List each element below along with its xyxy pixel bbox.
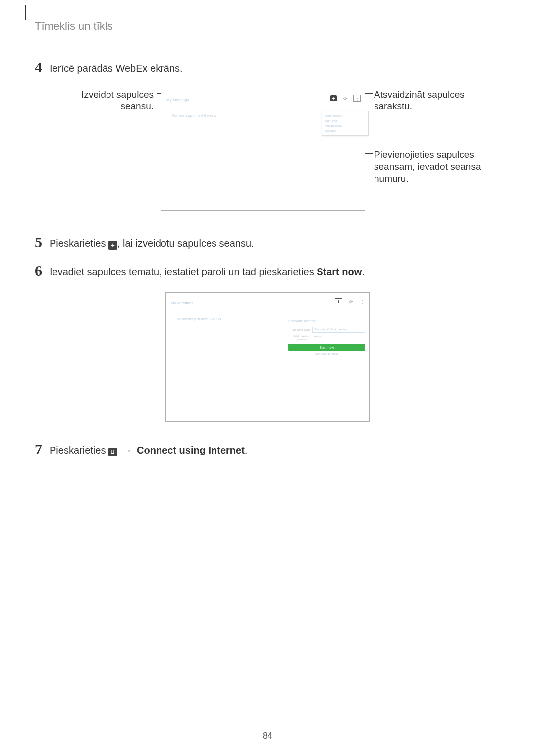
webex-screen-1: My Meetings + ⟳ ⋮ No meetings in next 6 … [161, 89, 365, 211]
row-label: Add meeting password [288, 335, 312, 341]
plus-icon: + [108, 241, 117, 250]
row-label: Meeting topic [288, 328, 312, 331]
refresh-icon[interactable]: ⟳ [342, 95, 348, 101]
screen-header: My Meetings + ⟳ ⋮ [161, 89, 365, 110]
screen-header: My Meetings + ⟳ ⋮ [166, 293, 369, 313]
step-number: 4 [35, 60, 50, 75]
callout-refresh: Atsvaidzināt sapulces sarakstu. [374, 89, 488, 112]
new-meeting-icon[interactable]: + [335, 298, 342, 305]
step-text: Pieskarieties +, lai izveidotu sapulces … [50, 235, 254, 250]
section-title: Tīmeklis un tīkls [35, 20, 500, 33]
text-part: Pieskarieties [50, 238, 108, 249]
page-number: 84 [0, 731, 535, 741]
page-content: Tīmeklis un tīkls 4 Ierīcē parādās WebEx… [0, 0, 535, 456]
screen-title: My Meetings [166, 98, 189, 102]
step-number: 6 [35, 263, 50, 278]
step-number: 5 [35, 235, 50, 250]
step-text: Pieskarieties → Connect using Internet. [50, 442, 247, 456]
text-part: Pieskarieties [50, 445, 108, 455]
step-number: 7 [35, 442, 50, 456]
step-4: 4 Ierīcē parādās WebEx ekrāns. [35, 60, 500, 75]
menu-item[interactable]: Settings [325, 128, 365, 133]
header-icons: + ⟳ ⋮ [330, 95, 361, 102]
step-6: 6 Ievadiet sapulces tematu, iestatiet pa… [35, 263, 500, 278]
text-part: Ievadiet sapulces tematu, iestatiet paro… [50, 266, 317, 277]
phone-icon [108, 448, 117, 456]
menu-item[interactable]: Join meeting [325, 113, 365, 118]
form-row: Add meeting password ****** [288, 335, 365, 341]
schedule-later-link[interactable]: Schedule for later [288, 353, 365, 355]
phone-svg [110, 449, 115, 454]
screen-title: My Meetings [171, 301, 193, 305]
start-now-button[interactable]: Start now [288, 344, 365, 351]
menu-icon[interactable]: ⋮ [353, 95, 361, 102]
menu-item[interactable]: Watch video [325, 123, 365, 128]
leader-line-r2 [364, 153, 373, 154]
arrow-text: → [117, 445, 137, 455]
row-value[interactable]: Samsung Online meeting [312, 327, 365, 333]
form-row: Meeting topic Samsung Online meeting [288, 327, 365, 333]
bold-text: Connect using Internet [137, 445, 245, 455]
menu-item[interactable]: Sign into [325, 118, 365, 123]
step-text: Ierīcē parādās WebEx ekrāns. [50, 60, 183, 74]
step-7: 7 Pieskarieties → Connect using Internet… [35, 442, 500, 456]
figure-1: Izveidot sapulces seansu. Atsvaidzināt s… [35, 89, 500, 215]
form-title: Schedule meeting [288, 319, 365, 323]
bold-text: Start now [317, 266, 362, 277]
header-rule [25, 5, 26, 20]
refresh-icon[interactable]: ⟳ [347, 299, 354, 305]
callout-join-meeting: Pievienojieties sapulces seansam, ievado… [374, 149, 483, 184]
callout-create-meeting: Izveidot sapulces seansu. [54, 89, 154, 112]
text-part: . [245, 445, 248, 455]
schedule-form: Schedule meeting Meeting topic Samsung O… [288, 319, 365, 355]
overflow-menu: Join meeting Sign into Watch video Setti… [322, 111, 369, 136]
new-meeting-icon[interactable]: + [330, 95, 337, 101]
text-part: , lai izveidotu sapulces seansu. [117, 238, 254, 249]
step-5: 5 Pieskarieties +, lai izveidotu sapulce… [35, 235, 500, 250]
text-part: . [362, 266, 365, 277]
menu-icon[interactable]: ⋮ [359, 299, 365, 305]
step-text: Ievadiet sapulces tematu, iestatiet paro… [50, 263, 365, 278]
webex-screen-2: My Meetings + ⟳ ⋮ No meetings in next 6 … [165, 292, 370, 422]
row-value[interactable]: ****** [312, 335, 365, 340]
header-icons: + ⟳ ⋮ [335, 298, 365, 305]
